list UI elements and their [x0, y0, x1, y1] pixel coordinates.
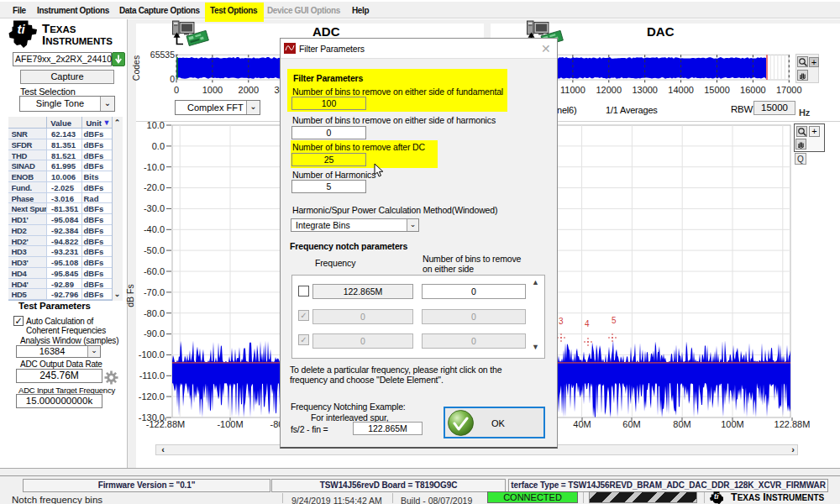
svg-text:-80.0: -80.0 [144, 308, 165, 318]
svg-text:-100.0: -100.0 [139, 349, 165, 360]
svg-text:3: 3 [559, 317, 564, 326]
svg-text:-50.0: -50.0 [144, 245, 165, 255]
svg-text:2000: 2000 [239, 85, 259, 95]
svg-text:12000: 12000 [596, 85, 622, 95]
svg-text:65535: 65535 [150, 50, 175, 60]
svg-text:-70.0: -70.0 [144, 287, 165, 297]
svg-text:INSTRUMENTS: INSTRUMENTS [42, 33, 113, 47]
svg-text:15000: 15000 [704, 85, 730, 95]
svg-text:0: 0 [170, 74, 175, 84]
svg-text:-110.0: -110.0 [139, 370, 165, 381]
svg-text:-20.0: -20.0 [144, 182, 165, 192]
svg-text:17000: 17000 [776, 85, 802, 95]
svg-text:-120.0: -120.0 [139, 391, 165, 402]
svg-text:4: 4 [585, 319, 590, 328]
svg-text:ti: ti [714, 492, 719, 501]
svg-text:1000: 1000 [202, 85, 223, 95]
svg-text:10.0: 10.0 [147, 120, 165, 130]
svg-text:0.0: 0.0 [152, 141, 165, 151]
svg-text:0: 0 [174, 85, 179, 95]
svg-text:ti: ti [18, 22, 26, 36]
svg-text:TEXAS: TEXAS [42, 21, 76, 35]
svg-text:11000: 11000 [560, 85, 585, 95]
svg-text:-40.0: -40.0 [144, 224, 165, 234]
svg-text:-90.0: -90.0 [144, 328, 165, 339]
svg-text:14000: 14000 [668, 85, 694, 95]
svg-text:5: 5 [612, 316, 617, 325]
svg-text:-60.0: -60.0 [144, 266, 165, 276]
svg-text:13000: 13000 [632, 85, 658, 95]
svg-text:dB Fs: dB Fs [126, 284, 135, 307]
svg-text:16000: 16000 [740, 85, 766, 95]
svg-text:-10.0: -10.0 [144, 162, 165, 172]
svg-text:Codes: Codes [131, 55, 141, 81]
svg-text:-30.0: -30.0 [144, 203, 165, 213]
svg-text:TEXAS INSTRUMENTS: TEXAS INSTRUMENTS [731, 491, 825, 503]
